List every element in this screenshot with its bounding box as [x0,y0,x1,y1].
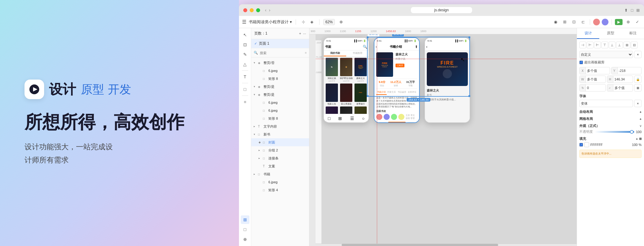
read-btn[interactable]: 开始阅读 [388,122,406,122]
nav-forward-btn[interactable]: › [269,8,271,13]
add-page-btn[interactable]: + [299,32,301,36]
layer-item-3[interactable]: □ 6.jpeg [251,99,309,106]
layer-item-2[interactable]: □ 矩形 8 [251,75,309,83]
tab-myshelf[interactable]: 我的书架 [324,50,346,56]
dist-h-btn[interactable]: ⊞ [623,42,630,48]
fullscreen-icon[interactable]: ⊞ [636,8,640,13]
outer-expand[interactable]: ∨ [639,124,642,128]
share-icon-phone2[interactable]: ⬆ [415,45,418,49]
grid-icon[interactable]: ⊞ [561,18,568,26]
corner-value[interactable]: 多个值 [613,86,633,90]
layer-item-7[interactable]: □ 矩形 4 [251,186,309,194]
page-item[interactable]: ✓ 页面 1 [251,39,309,48]
align-right-btn[interactable]: ⊢ [594,42,601,48]
filter-icon[interactable]: ≡ [305,51,307,54]
zoom-fit-icon[interactable]: ⊡ [570,18,578,26]
layer-item-4[interactable]: □ 6.jpeg [251,106,309,114]
tab-review[interactable]: 书品鉴赏 [397,90,407,95]
align-center-v-btn[interactable]: ⊢ [587,42,593,48]
close-dot[interactable] [243,8,247,12]
maximize-dot[interactable] [256,8,260,12]
overflow-checkbox[interactable]: ✓ [579,61,583,64]
auto-layout-add[interactable]: + [640,110,642,114]
assets-tool[interactable]: □ [241,225,249,234]
font-value[interactable]: 变体 [580,101,633,106]
share-icon-3[interactable]: ⊛ [624,18,632,26]
rect-tool[interactable]: □ [241,85,249,94]
w-value[interactable]: 多个值 [586,77,605,82]
nav-back-btn[interactable]: ‹ [265,8,267,13]
tab-city[interactable]: 书城推荐 [346,50,369,56]
zoom-level[interactable]: 62% [323,19,335,25]
plugin-tool[interactable]: ⊕ [241,235,249,244]
play-button[interactable]: ▶ [615,19,623,25]
zoom-icon[interactable]: ⊕ [337,18,345,26]
layer-connector[interactable]: ▸ □ 连接条 [251,154,309,162]
fill-grid-btn[interactable]: ⊞ [639,137,642,140]
component-tool[interactable]: ◈ [308,18,316,26]
nav-home[interactable]: □ [328,116,330,121]
nav-user[interactable]: ○ [362,116,365,121]
layer-item-1[interactable]: □ 6.jpeg [251,67,309,75]
fill-checkbox[interactable]: ✓ [579,143,583,147]
grid-add-btn[interactable]: + [640,117,642,121]
align-left-btn[interactable]: ⊣ [579,42,586,48]
nav-search[interactable]: ⊞ [338,116,342,121]
fill-color-swatch[interactable] [584,142,589,147]
back-icon-2[interactable]: ‹ [376,45,377,49]
audio-btn[interactable]: 听书 [407,122,418,122]
back-icon-3[interactable]: ‹ [426,45,427,49]
fill-add-btn[interactable]: + [636,137,638,141]
tab-design[interactable]: 设计 [577,28,599,39]
layer-group-newbook[interactable]: ▾ □ 新书 [251,130,309,138]
tab-annotate[interactable]: 标注 [622,28,644,39]
move-tool[interactable]: ⊹ [300,18,307,26]
scrollbar-thumb[interactable] [342,244,498,246]
align-center-h-btn[interactable]: ⊥ [609,42,616,48]
layer-group-1[interactable]: ▾ ◈ 整页/否 [251,59,309,67]
x-value[interactable]: 多个值 [586,69,610,73]
align-top-btn[interactable]: ⊤ [601,42,608,48]
layer-item-6[interactable]: □ 6.jpeg [251,178,309,186]
eyedropper-tool[interactable]: ⌗ [241,98,249,106]
opacity-thumb[interactable] [630,130,634,134]
align-bottom-btn[interactable]: ⊥ [616,42,623,48]
lock-ratio-btn[interactable]: 🔒 [634,76,642,83]
url-bar[interactable]: js.design [411,7,472,13]
tab-bookintro[interactable]: 书籍介绍 [376,90,387,95]
opacity-slider[interactable] [595,131,634,133]
layer-books[interactable]: ▸ □ 书籍 [251,170,309,178]
triangle-tool[interactable]: △ [241,60,249,69]
tab-prototype[interactable]: 原型 [599,28,622,39]
canvas-area[interactable]: 900 1000 1100 1155 1200 1458.63 1600 180… [309,28,577,246]
download-btn[interactable]: ↓下书 [376,122,387,122]
bookmark-icon[interactable]: □ [631,8,633,13]
scrollbar-horizontal[interactable] [316,244,577,246]
more-btn[interactable]: ··· [303,32,306,36]
minimize-dot[interactable] [250,8,254,12]
layer-group-2-1[interactable]: ▸ □ 分组 2 [251,146,309,154]
tab-author[interactable]: 作家主页 [387,90,397,95]
frame-select[interactable]: 自定义 [579,51,633,58]
fill-hex-value[interactable]: FFFFFF [590,143,603,147]
share-icon-2[interactable]: ⊏ [579,18,587,26]
dist-v-btn[interactable]: ⊟ [631,42,638,48]
preview-icon[interactable]: ◉ [552,18,559,26]
more-options-btn[interactable]: ⊞ [634,84,642,91]
search-input[interactable] [260,51,303,55]
layer-text-1[interactable]: ▸ T 文字内容 [251,122,309,130]
font-options[interactable]: × [634,100,642,107]
layer-text-2[interactable]: T 文案 [251,162,309,170]
y-value[interactable]: -218 [618,69,642,73]
frame-options-btn[interactable]: × [634,51,642,58]
text-tool[interactable]: T [241,73,249,81]
share-icon[interactable]: ⬆ [624,8,628,13]
layer-cover[interactable]: ◆ □ 封面 [251,138,309,146]
menu-icon[interactable]: ☰ [242,19,246,25]
opacity-value[interactable]: 100 [636,130,642,134]
fill-opacity-value[interactable]: 100 % [632,143,642,147]
pen-tool[interactable]: ✎ [241,50,249,59]
layers-tool[interactable]: ⊞ [241,215,249,224]
cursor-tool[interactable]: ↖ [241,31,249,39]
nav-shelf[interactable]: ☰ [350,116,354,121]
